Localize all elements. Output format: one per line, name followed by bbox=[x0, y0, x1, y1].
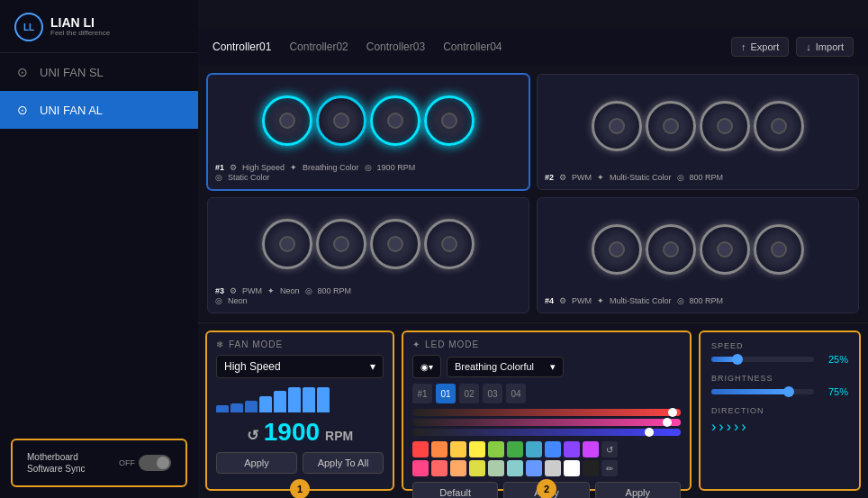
export-button[interactable]: ↑ Export bbox=[731, 37, 789, 57]
swatch-pink[interactable] bbox=[412, 460, 429, 476]
fan-group-3-info: #3 ⚙ PWM ✦ Neon ◎ 800 RPM bbox=[215, 286, 521, 295]
sbd-panel: SPEED 25% BRIGHTNESS 75% bbox=[699, 330, 861, 491]
fan-mode-icon: ❄ bbox=[216, 340, 224, 349]
swatch-light-red[interactable] bbox=[431, 460, 448, 476]
fan-grid: #1 ⚙ High Speed ✦ Breathing Color ◎ 1900… bbox=[198, 65, 868, 322]
fan-apply-button[interactable]: Apply bbox=[216, 452, 297, 474]
speed-track[interactable] bbox=[711, 357, 814, 362]
tab-controller03[interactable]: Controller03 bbox=[366, 39, 425, 55]
direction-label: DIRECTION bbox=[711, 406, 848, 415]
arrow-3: › bbox=[727, 419, 731, 435]
palette-row-2: ✏ bbox=[412, 460, 681, 476]
sidebar-item-label: UNI FAN SL bbox=[40, 66, 104, 79]
arrow-2: › bbox=[719, 419, 723, 435]
fan-mode-panel: ❄ FAN MODE High Speed ▾ ↺ 1900 RPM bbox=[205, 330, 394, 491]
pencil-icon[interactable]: ✏ bbox=[601, 460, 618, 476]
logo-icon: LL bbox=[14, 13, 43, 41]
sync-toggle[interactable] bbox=[139, 455, 171, 471]
slider-pink[interactable] bbox=[412, 419, 681, 426]
direction-item: DIRECTION › › › › › bbox=[711, 406, 848, 435]
brand-name: LIAN LI bbox=[50, 16, 110, 30]
swatch-light-teal[interactable] bbox=[507, 460, 523, 476]
swatch-black[interactable] bbox=[583, 460, 599, 476]
fan-apply-all-button[interactable]: Apply To All bbox=[303, 452, 384, 474]
reset-palette-btn[interactable]: ↺ bbox=[601, 441, 618, 457]
rpm-unit: RPM bbox=[325, 429, 353, 443]
swatch-red[interactable] bbox=[412, 441, 429, 457]
tab-controller01[interactable]: Controller01 bbox=[212, 39, 271, 55]
led-default-button[interactable]: Default bbox=[412, 482, 498, 498]
bar-1 bbox=[216, 405, 229, 412]
rpm-value: 1900 bbox=[264, 418, 320, 447]
fan-1-3 bbox=[370, 95, 420, 146]
brightness-item: BRIGHTNESS 75% bbox=[711, 374, 848, 397]
fan-group-2[interactable]: #2 ⚙ PWM ✦ Multi-Static Color ◎ 800 RPM bbox=[537, 74, 859, 190]
chevron-down-icon: ▾ bbox=[550, 361, 556, 373]
fan-group-4[interactable]: #4 ⚙ PWM ✦ Multi-Static Color ◎ 800 RPM bbox=[537, 197, 859, 313]
fan-sl-icon: ⊙ bbox=[14, 64, 31, 80]
fans-row-1 bbox=[215, 82, 521, 159]
swatch-purple[interactable] bbox=[564, 441, 580, 457]
led-fan-tab-all[interactable]: #1 bbox=[412, 384, 432, 403]
fan-2-4 bbox=[754, 101, 804, 151]
fans-row-2 bbox=[545, 82, 851, 169]
swatch-light-green[interactable] bbox=[488, 460, 504, 476]
led-fan-tab-03[interactable]: 03 bbox=[483, 384, 502, 403]
fan-mode-select[interactable]: High Speed ▾ bbox=[216, 355, 384, 378]
led-mode-badge: 2 bbox=[537, 479, 556, 498]
swatch-violet[interactable] bbox=[583, 441, 599, 457]
led-fan-tab-02[interactable]: 02 bbox=[459, 384, 479, 403]
swatch-white[interactable] bbox=[564, 460, 580, 476]
swatch-peach[interactable] bbox=[450, 460, 466, 476]
fan-2-3 bbox=[700, 101, 750, 151]
arrow-4: › bbox=[734, 419, 738, 435]
arrow-1: › bbox=[711, 419, 716, 435]
swatch-yellow[interactable] bbox=[469, 441, 485, 457]
speed-thumb bbox=[732, 354, 743, 365]
direction-arrows: › › › › › bbox=[711, 419, 848, 435]
tab-controller04[interactable]: Controller04 bbox=[443, 39, 502, 55]
swatch-lime-yellow[interactable] bbox=[469, 460, 485, 476]
bar-6 bbox=[288, 387, 301, 412]
fan-1-4 bbox=[424, 95, 475, 146]
channel-icon: ◉ bbox=[420, 362, 429, 372]
led-channel-select[interactable]: ◉ ▾ bbox=[412, 355, 441, 378]
fan-mode-title: ❄ FAN MODE bbox=[216, 340, 384, 349]
swatch-light-blue[interactable] bbox=[526, 460, 542, 476]
speed-value: 25% bbox=[819, 354, 848, 365]
fan-group-1[interactable]: #1 ⚙ High Speed ✦ Breathing Color ◎ 1900… bbox=[207, 74, 529, 190]
import-button[interactable]: ↓ Import bbox=[796, 37, 854, 57]
swatch-teal[interactable] bbox=[526, 441, 542, 457]
speed-item: SPEED 25% bbox=[711, 341, 848, 365]
brightness-label: BRIGHTNESS bbox=[711, 374, 848, 383]
bar-5 bbox=[274, 391, 286, 412]
swatch-gray[interactable] bbox=[545, 460, 561, 476]
led-fan-tab-01[interactable]: 01 bbox=[436, 384, 456, 403]
led-mode-icon: ✦ bbox=[412, 340, 420, 349]
fan-mode-actions: Apply Apply To All bbox=[216, 452, 384, 474]
swatch-orange[interactable] bbox=[431, 441, 448, 457]
led-mode-select[interactable]: Breathing Colorful ▾ bbox=[447, 357, 564, 377]
led-apply2-button[interactable]: Apply bbox=[595, 482, 681, 498]
chevron-icon: ▾ bbox=[429, 362, 433, 372]
sidebar-item-uni-fan-al[interactable]: ⊙ UNI FAN AL bbox=[0, 91, 198, 129]
sidebar-item-uni-fan-sl[interactable]: ⊙ UNI FAN SL bbox=[0, 53, 198, 91]
swatch-green[interactable] bbox=[507, 441, 523, 457]
fan-group-2-info: #2 ⚙ PWM ✦ Multi-Static Color ◎ 800 RPM bbox=[545, 173, 851, 182]
logo-text: LIAN LI Feel the difference bbox=[50, 16, 110, 38]
led-fan-tab-04[interactable]: 04 bbox=[506, 384, 526, 403]
swatch-yellow-orange[interactable] bbox=[450, 441, 466, 457]
slider-red[interactable] bbox=[412, 409, 681, 416]
bar-3 bbox=[245, 401, 258, 412]
fan-group-3[interactable]: #3 ⚙ PWM ✦ Neon ◎ 800 RPM ◎ Neon bbox=[207, 197, 529, 313]
fan-4-1 bbox=[592, 224, 642, 275]
swatch-blue[interactable] bbox=[545, 441, 561, 457]
fan-3-3 bbox=[370, 219, 420, 269]
swatch-yellow-green[interactable] bbox=[488, 441, 504, 457]
led-top-row: ◉ ▾ Breathing Colorful ▾ bbox=[412, 355, 681, 378]
speed-label: SPEED bbox=[711, 341, 848, 350]
brightness-track[interactable] bbox=[711, 389, 814, 394]
slider-pink-row bbox=[412, 419, 681, 426]
tab-controller02[interactable]: Controller02 bbox=[289, 39, 348, 55]
slider-blue[interactable] bbox=[412, 429, 681, 436]
